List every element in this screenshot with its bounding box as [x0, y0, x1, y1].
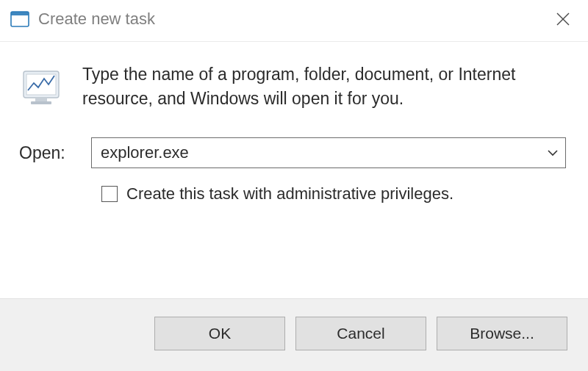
open-combobox[interactable] — [91, 137, 566, 168]
svg-rect-7 — [35, 98, 47, 101]
svg-rect-6 — [26, 74, 56, 95]
svg-rect-2 — [12, 17, 27, 25]
close-icon — [556, 12, 570, 26]
close-button[interactable] — [551, 7, 575, 31]
dialog-content: Type the name of a program, folder, docu… — [0, 42, 588, 218]
open-input[interactable] — [92, 140, 540, 165]
svg-rect-1 — [11, 12, 29, 15]
cancel-button[interactable]: Cancel — [295, 317, 426, 350]
svg-rect-8 — [31, 101, 51, 104]
browse-button[interactable]: Browse... — [437, 317, 567, 350]
admin-label: Create this task with administrative pri… — [126, 184, 453, 203]
titlebar-left: Create new task — [10, 10, 155, 29]
dialog-footer: OK Cancel Browse... — [0, 298, 588, 371]
combobox-dropdown-button[interactable] — [540, 138, 565, 168]
instruction-text: Type the name of a program, folder, docu… — [82, 62, 566, 112]
run-icon — [19, 65, 66, 112]
ok-button[interactable]: OK — [154, 317, 285, 350]
app-icon — [10, 10, 29, 28]
titlebar: Create new task — [0, 0, 588, 42]
window-title: Create new task — [38, 10, 155, 29]
instruction-row: Type the name of a program, folder, docu… — [19, 62, 566, 112]
admin-checkbox[interactable] — [101, 186, 118, 202]
admin-row: Create this task with administrative pri… — [19, 184, 566, 203]
chevron-down-icon — [547, 149, 559, 156]
open-label: Open: — [19, 143, 76, 163]
open-row: Open: — [19, 137, 566, 168]
